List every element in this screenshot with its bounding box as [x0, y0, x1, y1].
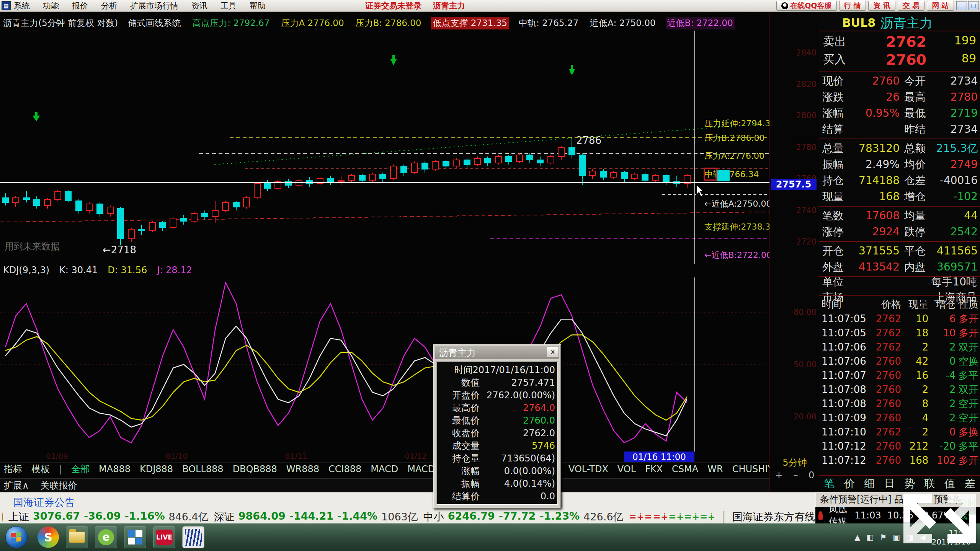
candlestick-chart[interactable]: [0, 31, 769, 264]
tab-vol-tdx[interactable]: VOL-TDX: [568, 464, 608, 474]
price-annotation-5: 支撑延伸:2738.3: [704, 221, 770, 233]
menu-item-0[interactable]: 系统: [14, 0, 30, 11]
menu-item-5[interactable]: 资讯: [191, 0, 207, 11]
tray-shield-icon[interactable]: ◧: [866, 533, 874, 542]
popup-title[interactable]: 沥青主力: [435, 346, 559, 359]
taskbar-app-office[interactable]: [124, 526, 146, 548]
zoom-control-2[interactable]: 0: [808, 470, 814, 481]
tick-row-8[interactable]: 11:07:10276220多换: [819, 425, 980, 439]
tab-group-1[interactable]: 模板: [31, 463, 50, 475]
popup-row-7: 持仓量713650(64): [439, 453, 555, 464]
quote-tab-3[interactable]: 日: [884, 476, 895, 491]
tab-fkx[interactable]: FKX: [645, 464, 663, 474]
window-control-0[interactable]: –: [956, 1, 967, 10]
nav-button-2[interactable]: 交 易: [898, 1, 925, 11]
level-readout-0: 高点压力: 2792.67: [191, 17, 271, 29]
tab-ma888[interactable]: MA888: [99, 464, 131, 474]
tick-row-9[interactable]: 11:07:122760212-20多平: [819, 440, 980, 453]
popup-row-8: 涨幅0.0(0.00%): [439, 466, 555, 476]
period-selector[interactable]: 5分钟: [770, 456, 820, 469]
tick-row-5[interactable]: 11:07:08276022双开: [819, 383, 980, 396]
taskbar-app-explorer[interactable]: [66, 526, 88, 548]
tick-col-2: 现量: [901, 298, 928, 311]
taskbar-app-live[interactable]: LIVE: [153, 526, 175, 548]
price-axis-label-2: 2800: [796, 111, 817, 120]
kdj-axis-label-0: 80.00: [794, 308, 817, 317]
menu-item-3[interactable]: 分析: [101, 0, 117, 11]
menu-item-1[interactable]: 功能: [43, 0, 59, 11]
tab-vol[interactable]: VOL: [617, 464, 636, 474]
index-quote-1: 深证9864.09-144.21-1.44%1063亿: [214, 510, 418, 524]
midline-marker-cyan-box: [717, 170, 730, 181]
tick-row-3[interactable]: 11:07:062760420空换: [819, 355, 980, 368]
nav-button-0[interactable]: 行 情: [839, 1, 866, 11]
tick-row-0[interactable]: 11:07:052762106多开: [819, 312, 980, 325]
tick-row-10[interactable]: 11:07:122760168102多开: [819, 454, 980, 467]
quote-panel: BUL8 沥青主力 卖出2762199买入276089 现价2760今开2734…: [819, 11, 980, 492]
tab-wr[interactable]: WR: [707, 464, 723, 474]
active-instrument-label: 沥青主力: [433, 0, 465, 11]
zoom-control-0[interactable]: +: [775, 470, 783, 481]
menu-item-6[interactable]: 工具: [220, 0, 237, 11]
expand-tab-1[interactable]: 关联报价: [41, 479, 77, 492]
popup-row-10: 结算价0.0: [439, 491, 555, 502]
price-annotation-0: 压力延伸:2794.3: [704, 118, 770, 129]
tab-macd[interactable]: MACD: [371, 464, 398, 474]
tick-row-1[interactable]: 11:07:0527621810多开: [819, 326, 980, 339]
stat-row-8: 现量168增仓-102: [819, 189, 980, 205]
tab-chushiylx[interactable]: CHUSHIYLX: [732, 464, 773, 474]
nav-button-3[interactable]: 网 站: [927, 1, 954, 11]
tick-row-6[interactable]: 11:07:08276082空开: [819, 397, 980, 410]
tab-cci888[interactable]: CCI888: [328, 464, 361, 474]
kdj-axis-label-1: 50.00: [794, 360, 817, 369]
stat-row-3: 结算昨结2734: [819, 122, 980, 138]
tab-wr888[interactable]: WR888: [286, 464, 319, 474]
price-axis-strip: 2757.5 2840282028002780276027402720 80.0…: [769, 11, 820, 492]
quote-tab-2[interactable]: 细: [864, 476, 875, 491]
tray-display-icon[interactable]: ▣: [893, 533, 900, 542]
tab-group-0[interactable]: 指标: [4, 463, 22, 475]
tab-kdj888[interactable]: KDJ888: [140, 464, 173, 474]
kdj-date-1: 01/10: [165, 452, 188, 461]
menu-item-4[interactable]: 扩展市场行情: [130, 0, 178, 11]
quote-tab-1[interactable]: 价: [844, 476, 855, 491]
nav-button-1[interactable]: 资 讯: [868, 1, 895, 11]
popup-close-button[interactable]: x: [547, 347, 559, 357]
menu-bar: 系统功能报价分析扩展市场行情资讯工具帮助: [14, 0, 266, 11]
kdj-indicator-chart[interactable]: [0, 277, 769, 452]
start-button[interactable]: [5, 526, 28, 548]
low-2718-label: ←2718: [103, 244, 136, 256]
popup-row-0: 时间2017/01/16/11:00: [439, 365, 555, 375]
zoom-control-1[interactable]: –: [793, 470, 798, 481]
tray-up-icon[interactable]: ▲: [854, 533, 860, 542]
tab-all[interactable]: 全部: [71, 463, 90, 475]
tick-row-4[interactable]: 11:07:07276016-4多平: [819, 369, 980, 382]
tick-row-7[interactable]: 11:07:09276042空开: [819, 411, 980, 424]
price-axis-label-1: 2820: [796, 80, 817, 89]
nav-buttons: 行 情资 讯交 易网 站: [839, 1, 957, 11]
expand-tab-0[interactable]: 扩展∧: [4, 479, 29, 492]
taskbar-app-trading[interactable]: [182, 526, 204, 548]
window-control-1[interactable]: □: [968, 1, 979, 10]
stat-row-5: 总量783120总额215.3亿: [819, 141, 980, 157]
announcement-link[interactable]: 国海证券公告: [13, 496, 75, 509]
tick-col-3: 增仓: [928, 298, 956, 311]
stat-row-7: 持仓714188仓差-40016: [819, 173, 980, 189]
stat-row-6: 振幅2.49%均价2749: [819, 157, 980, 173]
qq-service-button[interactable]: 在线QQ客服: [776, 1, 836, 11]
level-readouts: 高点压力: 2792.67压力A 2776.00压力B: 2786.00低点支撑…: [191, 17, 734, 29]
announcement-bar: 国海证券公告: [0, 492, 815, 510]
tray-flag-icon[interactable]: ⚑: [880, 533, 887, 542]
tab-boll888[interactable]: BOLL888: [182, 464, 223, 474]
tab-dbqb888[interactable]: DBQB888: [233, 464, 277, 474]
menu-item-7[interactable]: 帮助: [250, 0, 266, 11]
taskbar-app-browser[interactable]: e: [95, 526, 117, 548]
level-readout-1: 压力A 2776.00: [279, 17, 345, 29]
menu-item-2[interactable]: 报价: [72, 0, 88, 11]
tick-row-2[interactable]: 11:07:06276222双开: [819, 341, 980, 354]
taskbar-app-sogou[interactable]: S: [38, 527, 59, 548]
price-axis-label-0: 2840: [796, 48, 817, 57]
quote-tab-0[interactable]: 笔: [824, 476, 835, 491]
data-inspector-popup[interactable]: 沥青主力 x 时间2017/01/16/11:00数值2757.471开盘价27…: [433, 344, 561, 509]
tab-csma[interactable]: CSMA: [672, 464, 698, 474]
